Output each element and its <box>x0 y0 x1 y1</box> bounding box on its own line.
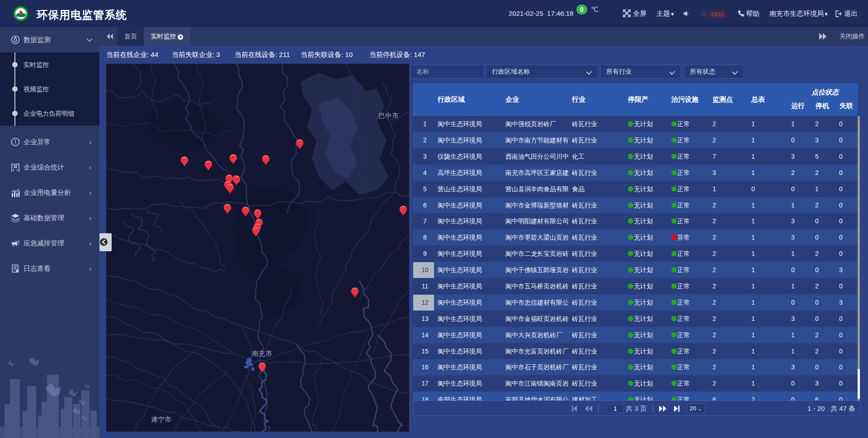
svg-text:遂宁市: 遂宁市 <box>151 415 171 423</box>
svg-text:巴中市: 巴中市 <box>378 112 399 119</box>
